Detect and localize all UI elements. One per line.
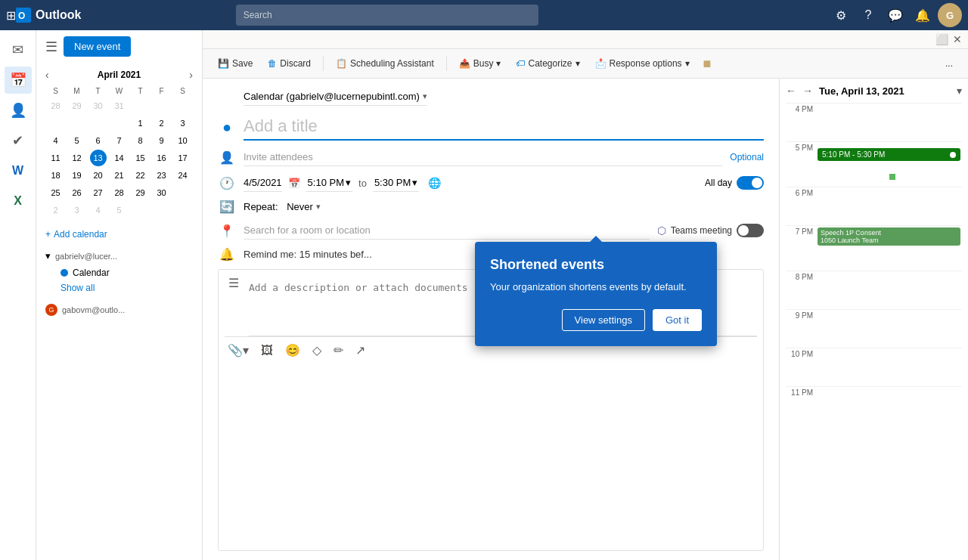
show-all-link[interactable]: Show all: [45, 281, 193, 295]
more-options-button[interactable]: ...: [939, 55, 959, 72]
got-it-button[interactable]: Got it: [653, 309, 702, 331]
mini-cal-day[interactable]: [175, 184, 191, 201]
mini-cal-day[interactable]: [90, 115, 107, 131]
mini-cal-day[interactable]: 21: [111, 167, 128, 184]
mini-cal-day[interactable]: [111, 115, 128, 131]
mini-cal-day[interactable]: 29: [132, 184, 149, 201]
mini-cal-day[interactable]: [48, 115, 64, 131]
attach-button[interactable]: 📎▾: [225, 342, 252, 359]
mini-cal-day[interactable]: 20: [90, 167, 107, 184]
mini-cal-day[interactable]: 9: [154, 132, 170, 149]
mini-cal-day[interactable]: 30: [154, 184, 170, 201]
title-input[interactable]: [244, 113, 764, 141]
mini-cal-day[interactable]: 15: [132, 150, 149, 166]
mini-cal-day[interactable]: 4: [48, 132, 64, 149]
nav-item-calendar[interactable]: Calendar: [45, 265, 193, 281]
mini-cal-day[interactable]: 28: [111, 184, 128, 201]
mini-cal-day[interactable]: 23: [154, 167, 170, 184]
mini-cal-day[interactable]: 30: [90, 97, 107, 114]
mini-cal-day[interactable]: 5: [111, 202, 128, 218]
mini-cal-day[interactable]: 26: [69, 184, 85, 201]
attendees-input[interactable]: [244, 148, 722, 166]
mini-cal-day[interactable]: 3: [69, 202, 85, 218]
mini-cal-day[interactable]: 3: [175, 115, 191, 131]
close-icon[interactable]: ✕: [953, 33, 962, 45]
new-event-button[interactable]: New event: [64, 36, 131, 57]
sidebar-item-word[interactable]: W: [5, 157, 32, 184]
search-input[interactable]: [236, 5, 538, 26]
sidebar-item-calendar[interactable]: 📅: [5, 67, 32, 94]
optional-link[interactable]: Optional: [730, 152, 764, 162]
timezone-icon[interactable]: 🌐: [428, 177, 441, 189]
image-button[interactable]: 🖼: [258, 342, 276, 359]
mini-cal-day[interactable]: 8: [132, 132, 149, 149]
mini-cal-day[interactable]: 6: [90, 132, 107, 149]
right-cal-next-icon[interactable]: →: [802, 85, 813, 97]
sidebar-item-email[interactable]: ✉: [5, 36, 32, 63]
mini-cal-day[interactable]: 7: [111, 132, 128, 149]
share-button[interactable]: ↗: [352, 342, 368, 359]
save-button[interactable]: 💾 Save: [212, 55, 259, 72]
mini-cal-day[interactable]: 24: [175, 167, 191, 184]
location-input[interactable]: [244, 221, 650, 240]
mini-cal-prev[interactable]: ‹: [45, 69, 49, 81]
mini-cal-day[interactable]: 28: [48, 97, 64, 114]
sidebar-item-people[interactable]: 👤: [5, 97, 32, 124]
mini-cal-day[interactable]: 5: [69, 132, 85, 149]
mini-cal-day[interactable]: 17: [175, 150, 191, 166]
sidebar-item-tasks[interactable]: ✔: [5, 127, 32, 154]
mini-cal-day[interactable]: 22: [132, 167, 149, 184]
scheduling-assistant-button[interactable]: 📋 Scheduling Assistant: [330, 55, 440, 72]
app-grid-icon[interactable]: ⊞: [6, 8, 16, 23]
mini-cal-day[interactable]: 10: [175, 132, 191, 149]
emoji-button[interactable]: 😊: [282, 342, 303, 359]
mini-cal-next[interactable]: ›: [189, 69, 193, 81]
mini-cal-day[interactable]: 11: [48, 150, 64, 166]
add-calendar-button[interactable]: + Add calendar: [36, 224, 202, 244]
mini-cal-day[interactable]: 18: [48, 167, 64, 184]
help-icon[interactable]: ?: [856, 3, 880, 27]
mini-cal-day[interactable]: 2: [154, 115, 170, 131]
mini-cal-day[interactable]: 25: [48, 184, 64, 201]
calendar-selector[interactable]: Calendar (gabrielv@lucernepubintl.com) ▾: [244, 88, 427, 106]
mini-cal-day[interactable]: 27: [90, 184, 107, 201]
hamburger-button[interactable]: ☰: [45, 39, 57, 55]
calendar-icon[interactable]: 📅: [288, 178, 300, 189]
mini-cal-day[interactable]: 31: [111, 97, 128, 114]
mini-cal-day[interactable]: 29: [69, 97, 85, 114]
minimize-icon[interactable]: ⬜: [935, 33, 948, 45]
mini-cal-day[interactable]: 1: [132, 115, 149, 131]
mini-cal-day[interactable]: 16: [154, 150, 170, 166]
mini-cal-day[interactable]: 14: [111, 150, 128, 166]
mini-cal-day[interactable]: 4: [90, 202, 107, 218]
mini-cal-day[interactable]: [69, 115, 85, 131]
start-time-field[interactable]: 5:10 PM ▾: [306, 174, 352, 192]
mini-cal-day[interactable]: [132, 97, 149, 114]
mini-cal-day[interactable]: 19: [69, 167, 85, 184]
feedback-icon[interactable]: 💬: [883, 3, 908, 27]
response-options-button[interactable]: 📩 Response options ▾: [589, 55, 696, 72]
busy-button[interactable]: 📤 Busy ▾: [453, 55, 507, 72]
avatar[interactable]: G: [938, 3, 962, 27]
end-time-field[interactable]: 5:30 PM ▾: [373, 174, 419, 192]
sidebar-item-excel[interactable]: X: [5, 187, 32, 215]
discard-button[interactable]: 🗑 Discard: [262, 55, 317, 72]
right-cal-expand-icon[interactable]: ▾: [957, 85, 962, 97]
format-button[interactable]: ◇: [309, 342, 324, 359]
settings-icon[interactable]: ⚙: [829, 3, 853, 27]
right-cal-prev-icon[interactable]: ←: [786, 85, 796, 97]
mini-cal-day[interactable]: 2: [48, 202, 64, 218]
notifications-icon[interactable]: 🔔: [911, 3, 935, 27]
view-settings-button[interactable]: View settings: [562, 309, 645, 331]
mini-cal-day[interactable]: 12: [69, 150, 85, 166]
teams-toggle-switch[interactable]: [737, 224, 764, 237]
mini-cal-day[interactable]: [175, 97, 191, 114]
mini-cal-day-today[interactable]: 13: [90, 150, 107, 166]
date-field[interactable]: 4/5/2021: [244, 174, 282, 192]
categorize-button[interactable]: 🏷 Categorize ▾: [510, 55, 585, 72]
repeat-selector[interactable]: Repeat: Never ▾: [244, 201, 321, 212]
mini-cal-day[interactable]: [154, 97, 170, 114]
mini-cal-title[interactable]: April 2021: [98, 70, 141, 80]
all-day-toggle[interactable]: [737, 176, 764, 190]
nav-section-header[interactable]: ▾ gabrielv@lucer...: [45, 250, 193, 261]
